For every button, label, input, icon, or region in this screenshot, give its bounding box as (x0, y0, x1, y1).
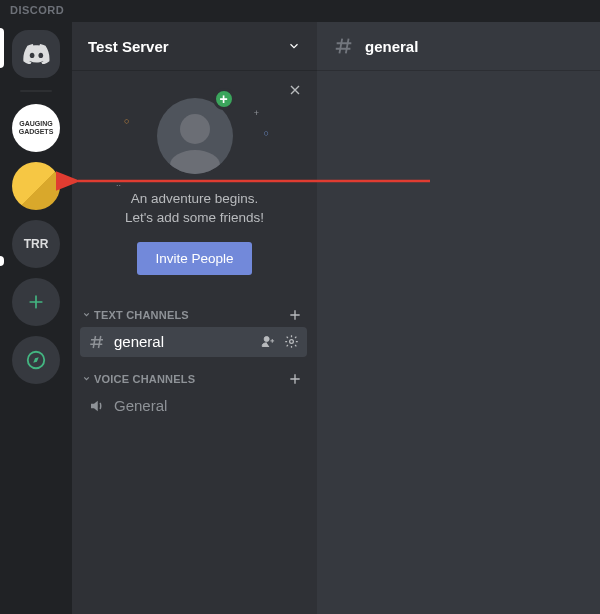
text-channels-header[interactable]: TEXT CHANNELS (80, 303, 307, 327)
chat-area: general (317, 22, 600, 614)
voice-channels-section: VOICE CHANNELS General (72, 357, 317, 421)
deco-dot: ○ (124, 116, 129, 126)
add-text-channel-button[interactable] (287, 307, 303, 323)
channel-sidebar: Test Server ○ + ○ :: + An adventure begi… (72, 22, 317, 614)
invite-icon[interactable] (261, 334, 276, 349)
channel-name: general (114, 333, 253, 350)
deco-dot: + (254, 108, 259, 118)
close-icon (287, 82, 303, 98)
guild-label: TRR (24, 237, 49, 251)
text-channel-general[interactable]: general (80, 327, 307, 357)
add-friend-badge-icon: + (213, 88, 235, 110)
add-voice-channel-button[interactable] (287, 371, 303, 387)
svg-point-1 (290, 340, 294, 344)
guild-trr[interactable]: TRR (12, 220, 60, 268)
voice-channel-general[interactable]: General (80, 391, 307, 421)
plus-icon (287, 307, 303, 323)
hover-pill (0, 256, 4, 266)
current-channel-name: general (365, 38, 418, 55)
discord-logo-icon (22, 44, 50, 64)
guild-list: GAUGING GADGETS TRR (0, 22, 72, 614)
selected-pill (0, 28, 4, 68)
deco-dot: ○ (264, 128, 269, 138)
voice-channels-header[interactable]: VOICE CHANNELS (80, 367, 307, 391)
app-title: DISCORD (10, 4, 64, 16)
server-header[interactable]: Test Server (72, 22, 317, 70)
channel-name: General (114, 397, 299, 414)
voice-channels-label: VOICE CHANNELS (94, 373, 195, 385)
server-name: Test Server (88, 38, 169, 55)
welcome-line2: Let's add some friends! (88, 209, 301, 228)
welcome-line1: An adventure begins. (88, 190, 301, 209)
home-button[interactable] (12, 30, 60, 78)
guild-lego[interactable] (12, 162, 60, 210)
speaker-icon (88, 397, 106, 415)
chevron-down-icon (287, 39, 301, 53)
deco-dot: :: (116, 178, 121, 188)
compass-icon (25, 349, 47, 371)
chevron-down-icon (82, 310, 91, 319)
guild-separator (20, 90, 52, 92)
text-channels-label: TEXT CHANNELS (94, 309, 189, 321)
chevron-down-icon (82, 374, 91, 383)
plus-icon (26, 292, 46, 312)
close-welcome-button[interactable] (287, 82, 303, 98)
plus-icon (287, 371, 303, 387)
guild-gauging-gadgets[interactable]: GAUGING GADGETS (12, 104, 60, 152)
explore-servers-button[interactable] (12, 336, 60, 384)
guild-label: GAUGING GADGETS (16, 120, 56, 135)
gear-icon[interactable] (284, 334, 299, 349)
hash-icon (88, 333, 106, 351)
invite-people-button[interactable]: Invite People (137, 242, 251, 275)
hash-icon (333, 35, 355, 57)
text-channels-section: TEXT CHANNELS general (72, 293, 317, 357)
channel-header: general (317, 22, 600, 70)
welcome-card: ○ + ○ :: + An adventure begins. Let's ad… (72, 70, 317, 293)
add-server-button[interactable] (12, 278, 60, 326)
